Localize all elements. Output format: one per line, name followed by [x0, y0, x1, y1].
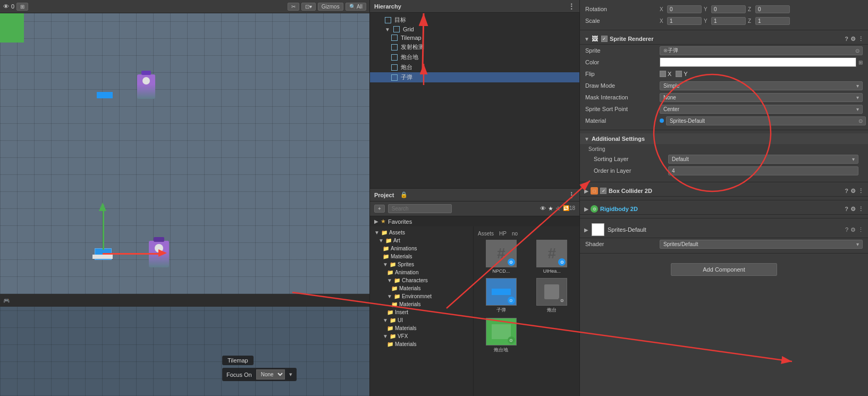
all-btn[interactable]: 🔍 All: [345, 3, 366, 11]
color-expand-icon[interactable]: ⊞: [858, 60, 863, 65]
additional-settings-header[interactable]: ▼ Additional Settings: [580, 133, 868, 144]
scene-view[interactable]: [0, 13, 369, 294]
pt-materials-char[interactable]: 📁 Materials: [370, 284, 473, 292]
draw-mode-dropdown[interactable]: Simple ▾: [660, 81, 863, 90]
scene-panel: 👁 0 ⊞ ✂ ⊡▾ Gizmos 🔍 All: [0, 0, 369, 396]
pt-materials-ui[interactable]: 📁 Materials: [370, 324, 473, 332]
bc-settings-icon[interactable]: ⚙: [850, 188, 856, 195]
bc-more-icon[interactable]: ⋮: [858, 188, 864, 195]
rb-settings-icon[interactable]: ⚙: [850, 206, 856, 213]
pt-expand-art: ▼: [378, 238, 384, 243]
scale-x-field: X: [660, 17, 702, 25]
order-in-layer-input[interactable]: [668, 166, 858, 175]
pt-assets[interactable]: ▼ 📁 Assets: [370, 229, 473, 237]
hierarchy-item-zidan[interactable]: 子弹: [370, 72, 579, 82]
flip-y-checkbox[interactable]: [676, 71, 682, 77]
pt-insert[interactable]: 📁 Insert: [370, 308, 473, 316]
sr-checkbox[interactable]: ✓: [601, 36, 608, 42]
hierarchy-item-paotai[interactable]: 炮台: [370, 62, 579, 72]
asset-zidan[interactable]: ⊙ 子弹: [478, 278, 525, 314]
gizmo-y: [103, 205, 104, 250]
rb-question-icon[interactable]: ?: [845, 206, 848, 213]
sr-question-icon[interactable]: ?: [845, 36, 848, 43]
sy-label: Y: [704, 18, 710, 24]
pt-sprites[interactable]: ▼ 📁 Sprites: [370, 260, 473, 268]
view-mode[interactable]: ⊡▾: [301, 3, 316, 11]
add-component-btn[interactable]: Add Component: [671, 263, 777, 276]
pt-materials-env[interactable]: 📁 Materials: [370, 300, 473, 308]
pt-mat1-label: Materials: [391, 254, 412, 259]
rotation-y-field: Y: [704, 5, 746, 13]
pt-characters[interactable]: ▼ 📁 Characters: [370, 276, 473, 284]
hierarchy-item-tilemap[interactable]: Tilemap: [370, 33, 579, 42]
scale-z-field: Z: [748, 17, 790, 25]
pt-animations[interactable]: 📁 Animations: [370, 245, 473, 252]
material-input[interactable]: [666, 116, 866, 125]
pt-vfx[interactable]: ▼ 📁 VFX: [370, 332, 473, 340]
sorting-layer-value: Default ▾: [668, 155, 858, 164]
sorting-layer-dropdown[interactable]: Default ▾: [668, 155, 858, 164]
pt-art[interactable]: ▼ 📁 Art: [370, 237, 473, 245]
asset-npcd[interactable]: # ⊙ NPCD...: [478, 240, 525, 274]
rb-expand: ▶: [584, 206, 588, 212]
pt-animation[interactable]: 📁 Animation: [370, 268, 473, 276]
bc-question-icon[interactable]: ?: [845, 188, 848, 195]
favorites-row[interactable]: ▶ ★ Favorites: [370, 216, 579, 226]
project-search-input[interactable]: [388, 204, 452, 213]
sd-question-icon[interactable]: ?: [845, 226, 848, 233]
flip-y-label[interactable]: Y: [676, 71, 687, 77]
scale-z-input[interactable]: [755, 17, 790, 25]
bc-checkbox[interactable]: ✓: [600, 188, 606, 194]
gizmo-y-arrow: [99, 203, 106, 211]
rotation-row: Rotation X Y Z: [580, 3, 868, 15]
sr-settings-icon[interactable]: ⚙: [850, 36, 856, 43]
hierarchy-item-mubiao[interactable]: 目标: [370, 15, 579, 25]
asset-paotaidi[interactable]: ⊙ 炮台地: [478, 318, 525, 353]
hp-label: HP: [499, 231, 507, 237]
pt-materials-art[interactable]: 📁 Materials: [370, 252, 473, 260]
cube-icon-pt: [391, 64, 398, 71]
shader-dropdown[interactable]: Sprites/Default ▾: [660, 240, 863, 249]
project-more-btn[interactable]: ⋮: [568, 191, 575, 199]
scale-y-input[interactable]: [711, 17, 746, 25]
rotation-x-input[interactable]: [667, 5, 702, 13]
middle-panel: Hierarchy ⋮ 目标 ▼ Grid Tilemap 发射检测: [369, 0, 579, 396]
sprite-sort-point-dropdown[interactable]: Center ▾: [660, 105, 863, 114]
sprite-input[interactable]: [660, 46, 863, 55]
focus-dropdown[interactable]: None: [256, 369, 285, 380]
asset-paotai[interactable]: ⊙ 炮台: [529, 278, 576, 314]
asset-label-paotaidi: 炮台地: [494, 347, 508, 353]
color-swatch[interactable]: [660, 57, 856, 67]
pt-environment[interactable]: ▼ 📁 Environmnet: [370, 292, 473, 300]
pt-ui[interactable]: ▼ 📁 UI: [370, 316, 473, 324]
gizmos-btn[interactable]: Gizmos: [318, 3, 343, 11]
asset-uihea[interactable]: # ⊙ UIHea...: [529, 240, 576, 274]
hierarchy-item-grid[interactable]: ▼ Grid: [370, 25, 579, 33]
material-picker-icon[interactable]: ⊙: [858, 118, 863, 124]
draw-mode-row: Draw Mode Simple ▾: [580, 80, 868, 91]
scale-x-input[interactable]: [667, 17, 702, 25]
toolbar-icon: 🎮: [3, 298, 10, 304]
hierarchy-item-fashejiancei[interactable]: 发射检测: [370, 42, 579, 52]
hierarchy-item-paotaidi[interactable]: 炮台地: [370, 52, 579, 62]
mask-interaction-dropdown[interactable]: None ▾: [660, 93, 863, 102]
grid-btn[interactable]: ⊞: [16, 3, 28, 11]
flip-x-checkbox[interactable]: [660, 71, 666, 77]
project-add-btn[interactable]: +: [374, 205, 385, 213]
hierarchy-more-btn[interactable]: ⋮: [568, 2, 575, 11]
move-tool[interactable]: ✂: [288, 3, 299, 11]
sd-settings-icon[interactable]: ⚙: [850, 226, 856, 233]
sr-more-icon[interactable]: ⋮: [858, 36, 864, 43]
shader-text: Sprites/Default: [663, 241, 856, 247]
additional-settings-title: Additional Settings: [592, 136, 645, 142]
rb-more-icon[interactable]: ⋮: [858, 206, 864, 213]
sprite-picker-icon[interactable]: ⊙: [855, 48, 859, 54]
inspector-panel: Rotation X Y Z Scale X: [579, 0, 868, 396]
sd-more-icon[interactable]: ⋮: [858, 226, 864, 233]
rotation-y-input[interactable]: [711, 5, 746, 13]
cube-icon-tilemap: [391, 35, 398, 41]
cube-icon-ptd: [391, 54, 398, 61]
flip-x-label[interactable]: X: [660, 71, 671, 77]
rotation-z-input[interactable]: [755, 5, 790, 13]
pt-materials-vfx[interactable]: 📁 Materials: [370, 340, 473, 348]
